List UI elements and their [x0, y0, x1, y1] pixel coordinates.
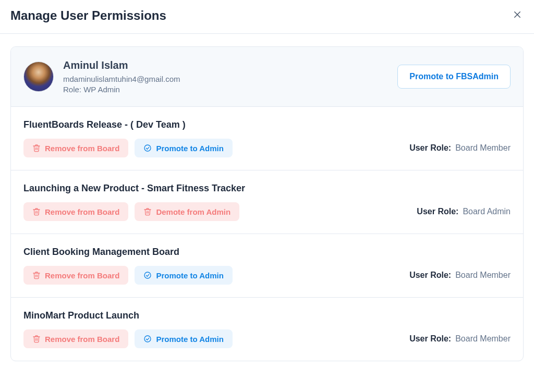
- permissions-card: Aminul Islam mdaminulislamtuhin4@gmail.c…: [10, 46, 524, 361]
- promote-to-admin-button[interactable]: Promote to Admin: [135, 266, 232, 285]
- svg-point-2: [144, 145, 151, 151]
- avatar: [23, 62, 54, 92]
- check-circle-icon: [143, 144, 152, 152]
- demote-from-admin-label: Demote from Admin: [156, 208, 230, 216]
- remove-from-board-label: Remove from Board: [45, 144, 119, 152]
- remove-from-board-label: Remove from Board: [45, 335, 119, 343]
- board-buttons: Remove from Board Promote to Admin: [23, 139, 233, 157]
- board-user-role: User Role:Board Member: [409, 334, 511, 344]
- remove-from-board-label: Remove from Board: [45, 272, 119, 279]
- board-row: FluentBoards Release - ( Dev Team ) Remo…: [11, 107, 523, 170]
- user-role-prefix: Role:: [63, 85, 83, 94]
- board-buttons: Remove from Board Promote to Admin: [23, 329, 233, 348]
- check-circle-icon: [143, 335, 152, 343]
- trash-icon: [143, 207, 152, 216]
- board-title: Launching a New Product - Smart Fitness …: [23, 183, 511, 194]
- board-title: FluentBoards Release - ( Dev Team ): [23, 119, 511, 130]
- boards-list: FluentBoards Release - ( Dev Team ) Remo…: [11, 107, 523, 361]
- board-actions-line: Remove from Board Promote to AdminUser R…: [23, 266, 511, 285]
- promote-to-admin-label: Promote to Admin: [156, 335, 223, 343]
- user-role-value: WP Admin: [83, 85, 120, 94]
- promote-to-admin-label: Promote to Admin: [156, 272, 223, 279]
- svg-point-4: [144, 336, 151, 342]
- board-actions-line: Remove from Board Demote from AdminUser …: [23, 202, 511, 221]
- board-title: Client Booking Management Board: [23, 247, 511, 258]
- board-actions-line: Remove from Board Promote to AdminUser R…: [23, 139, 511, 157]
- board-row: Client Booking Management Board Remove f…: [11, 234, 523, 298]
- board-row: Launching a New Product - Smart Fitness …: [11, 170, 523, 234]
- board-user-role: User Role:Board Admin: [417, 207, 511, 216]
- board-row: MinoMart Product Launch Remove from Boar…: [11, 298, 523, 361]
- trash-icon: [32, 335, 41, 343]
- trash-icon: [32, 271, 41, 279]
- dialog-header: Manage User Permissions: [0, 0, 534, 34]
- board-actions-line: Remove from Board Promote to AdminUser R…: [23, 329, 511, 348]
- promote-to-fbsadmin-label: Promote to FBSAdmin: [409, 72, 499, 81]
- remove-from-board-button[interactable]: Remove from Board: [23, 266, 128, 285]
- trash-icon: [32, 144, 41, 152]
- user-role-value: Board Admin: [463, 207, 511, 216]
- user-role-label: User Role:: [409, 271, 451, 279]
- trash-icon: [32, 207, 41, 216]
- promote-to-admin-button[interactable]: Promote to Admin: [135, 139, 232, 157]
- page-title: Manage User Permissions: [10, 8, 166, 23]
- board-buttons: Remove from Board Demote from Admin: [23, 202, 239, 221]
- remove-from-board-button[interactable]: Remove from Board: [23, 139, 128, 157]
- close-button[interactable]: [511, 9, 524, 22]
- user-info-block: Aminul Islam mdaminulislamtuhin4@gmail.c…: [23, 59, 180, 94]
- demote-from-admin-button[interactable]: Demote from Admin: [135, 202, 239, 221]
- promote-to-admin-label: Promote to Admin: [156, 144, 223, 152]
- user-email: mdaminulislamtuhin4@gmail.com: [63, 75, 180, 83]
- user-role-label: User Role:: [417, 207, 458, 216]
- user-role-value: Board Member: [455, 143, 511, 152]
- user-role-value: Board Member: [455, 271, 511, 279]
- board-user-role: User Role:Board Member: [409, 143, 511, 153]
- board-buttons: Remove from Board Promote to Admin: [23, 266, 233, 285]
- remove-from-board-button[interactable]: Remove from Board: [23, 329, 128, 348]
- promote-to-fbsadmin-button[interactable]: Promote to FBSAdmin: [397, 65, 511, 89]
- promote-to-admin-button[interactable]: Promote to Admin: [135, 329, 232, 348]
- svg-point-3: [144, 272, 151, 278]
- user-info: Aminul Islam mdaminulislamtuhin4@gmail.c…: [63, 59, 180, 94]
- check-circle-icon: [143, 271, 152, 279]
- remove-from-board-label: Remove from Board: [45, 208, 119, 216]
- board-title: MinoMart Product Launch: [23, 310, 511, 321]
- user-name: Aminul Islam: [63, 59, 180, 71]
- user-role-label: User Role:: [409, 143, 451, 152]
- user-role: Role: WP Admin: [63, 85, 180, 94]
- remove-from-board-button[interactable]: Remove from Board: [23, 202, 128, 221]
- user-role-label: User Role:: [409, 334, 451, 343]
- close-icon: [513, 10, 522, 21]
- board-user-role: User Role:Board Member: [409, 271, 511, 280]
- user-header: Aminul Islam mdaminulislamtuhin4@gmail.c…: [11, 47, 523, 107]
- content: Aminul Islam mdaminulislamtuhin4@gmail.c…: [0, 34, 534, 372]
- user-role-value: Board Member: [455, 334, 511, 343]
